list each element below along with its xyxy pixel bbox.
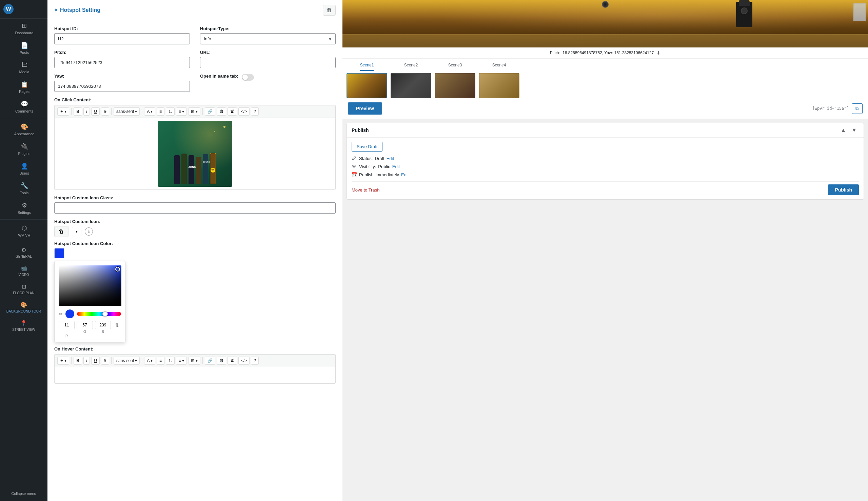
hover-table-button[interactable]: ⊞ ▾ — [188, 356, 200, 365]
preview-button[interactable]: Preview — [348, 103, 382, 115]
table-button[interactable]: ⊞ ▾ — [188, 107, 200, 116]
copy-shortcode-button[interactable]: ⧉ — [852, 103, 862, 114]
onclick-editor-body[interactable]: JONS BOURGOGNE 😎 — [54, 118, 336, 190]
sidebar-section-background-tour[interactable]: 🎨 BACKGROUND TOUR — [0, 298, 47, 317]
font-select-button[interactable]: sans-serif ▾ — [114, 107, 140, 116]
scene-tab-2[interactable]: Scene2 — [391, 63, 431, 98]
code-button[interactable]: </> — [239, 107, 250, 116]
hover-bold-button[interactable]: B — [74, 356, 82, 365]
custom-icon-class-input[interactable] — [54, 202, 336, 214]
color-swatch[interactable] — [54, 248, 64, 258]
move-to-trash-link[interactable]: Move to Trash — [352, 188, 379, 193]
publish-button[interactable]: Publish — [828, 184, 859, 195]
hover-align-button[interactable]: ≡ ▾ — [176, 356, 187, 365]
sidebar-item-settings[interactable]: ⚙ Settings — [0, 198, 47, 218]
bold-button[interactable]: B — [74, 107, 82, 116]
color-gradient-picker[interactable] — [59, 265, 121, 306]
text-color-button[interactable]: A ▾ — [144, 107, 155, 116]
form-col-pitch: Pitch: — [54, 50, 190, 68]
publish-when-row: 📅 Publish immediately Edit — [352, 172, 859, 177]
visibility-edit-link[interactable]: Edit — [392, 164, 400, 169]
help-button[interactable]: ? — [251, 107, 259, 116]
pitch-input[interactable] — [54, 57, 190, 68]
italic-button[interactable]: I — [83, 107, 90, 116]
hover-text-color-button[interactable]: A ▾ — [144, 356, 155, 365]
bottle-5: BOURGOGNE — [203, 154, 208, 184]
publish-collapse-up-button[interactable]: ▲ — [838, 126, 848, 134]
collapse-menu[interactable]: Collapse menu — [0, 488, 47, 501]
sidebar-item-posts[interactable]: 📄 Posts — [0, 38, 47, 58]
sidebar-section-floor-plan[interactable]: ⊡ FLOOR PLAN — [0, 280, 47, 298]
sidebar-divider — [0, 118, 47, 118]
image-button[interactable]: 🖼 — [217, 107, 226, 116]
g-input[interactable] — [77, 321, 93, 329]
sidebar-item-appearance[interactable]: 🎨 Appearance — [0, 120, 47, 139]
b-input[interactable] — [95, 321, 111, 329]
open-same-tab-toggle[interactable] — [242, 74, 254, 81]
hotspot-type-label: Hotspot-Type: — [200, 26, 336, 31]
hover-font-select-button[interactable]: sans-serif ▾ — [114, 356, 140, 365]
sidebar-item-dashboard[interactable]: ⊞ Dashboard — [0, 19, 47, 38]
publish-collapse-down-button[interactable]: ▼ — [849, 126, 859, 134]
hover-list-ul-button[interactable]: ≡ — [157, 356, 165, 365]
link-button[interactable]: 🔗 — [205, 107, 215, 116]
form-col-custom-icon-class: Hotspot Custom Icon Class: — [54, 195, 336, 214]
sidebar-section-video[interactable]: 📹 VIDEO — [0, 262, 47, 280]
hover-italic-button[interactable]: I — [83, 356, 90, 365]
url-input[interactable] — [200, 57, 336, 68]
strikethrough-button[interactable]: S̶ — [101, 107, 109, 116]
publish-header: Publish ▲ ▼ — [347, 123, 864, 138]
camera-shape — [602, 1, 608, 8]
hover-list-ol-button[interactable]: 1. — [166, 356, 174, 365]
hover-code-button[interactable]: </> — [239, 356, 250, 365]
sidebar-item-media[interactable]: 🎞 Media — [0, 58, 47, 77]
sidebar-item-pages[interactable]: 📋 Pages — [0, 77, 47, 97]
publish-when: immediately — [376, 172, 399, 177]
icon-info-button[interactable]: ℹ — [85, 227, 93, 236]
sidebar-item-tools[interactable]: 🔧 Tools — [0, 179, 47, 198]
align-button[interactable]: ≡ ▾ — [176, 107, 187, 116]
hue-slider[interactable] — [77, 312, 121, 316]
save-draft-button[interactable]: Save Draft — [352, 142, 382, 151]
hotspot-type-select[interactable]: Info URL Scene — [200, 33, 336, 44]
hover-editor-body[interactable] — [54, 367, 336, 384]
sidebar-section-general[interactable]: ⚙ GENERAL — [0, 243, 47, 262]
sidebar-section-street-view[interactable]: 📍 STREET VIEW — [0, 317, 47, 335]
yaw-input[interactable] — [54, 81, 190, 92]
sidebar-item-users[interactable]: 👤 Users — [0, 159, 47, 179]
magic-wand-button[interactable]: ✦ ▾ — [57, 107, 69, 116]
delete-hotspot-button[interactable]: 🗑 — [323, 5, 336, 15]
underline-button[interactable]: U — [91, 107, 100, 116]
hover-magic-wand-button[interactable]: ✦ ▾ — [57, 356, 69, 365]
list-ul-button[interactable]: ≡ — [157, 107, 165, 116]
hover-strikethrough-button[interactable]: S̶ — [101, 356, 109, 365]
download-icon[interactable]: ⬇ — [656, 50, 660, 56]
icon-picker-dropdown-button[interactable]: ▾ — [72, 227, 81, 236]
scene-tab-4[interactable]: Scene4 — [479, 63, 519, 98]
sidebar-item-wpvr[interactable]: ⬡ WP VR — [0, 221, 47, 241]
publish-edit-link[interactable]: Edit — [401, 172, 409, 177]
scene-tab-1[interactable]: Scene1 — [347, 63, 387, 98]
form-col-id: Hotspot ID: — [54, 26, 190, 44]
form-col-url: URL: — [200, 50, 336, 68]
r-input[interactable] — [59, 321, 75, 329]
video-insert-button[interactable]: 📽 — [227, 107, 237, 116]
hover-image-button[interactable]: 🖼 — [217, 356, 226, 365]
hover-video-insert-button[interactable]: 📽 — [227, 356, 237, 365]
status-edit-link[interactable]: Edit — [387, 156, 394, 161]
sidebar-item-comments[interactable]: 💬 Comments — [0, 97, 47, 117]
users-icon: 👤 — [21, 162, 28, 170]
hotspot-id-input[interactable] — [54, 33, 190, 44]
scene-tabs-row: Scene1 Scene2 Scene3 Scene4 — [347, 63, 864, 98]
icon-picker-button[interactable]: 🗑 — [54, 226, 68, 237]
hover-underline-button[interactable]: U — [91, 356, 100, 365]
scene-tab-3[interactable]: Scene3 — [435, 63, 475, 98]
eyedropper-button[interactable]: ✏ — [59, 311, 63, 317]
r-input-group: 11 R — [59, 321, 75, 338]
sidebar-item-plugins[interactable]: 🔌 Plugins — [0, 139, 47, 159]
rgb-mode-toggle[interactable]: ⇅ — [113, 321, 121, 329]
hover-link-button[interactable]: 🔗 — [205, 356, 215, 365]
bottle-2 — [181, 153, 187, 184]
hover-help-button[interactable]: ? — [251, 356, 259, 365]
list-ol-button[interactable]: 1. — [166, 107, 174, 116]
